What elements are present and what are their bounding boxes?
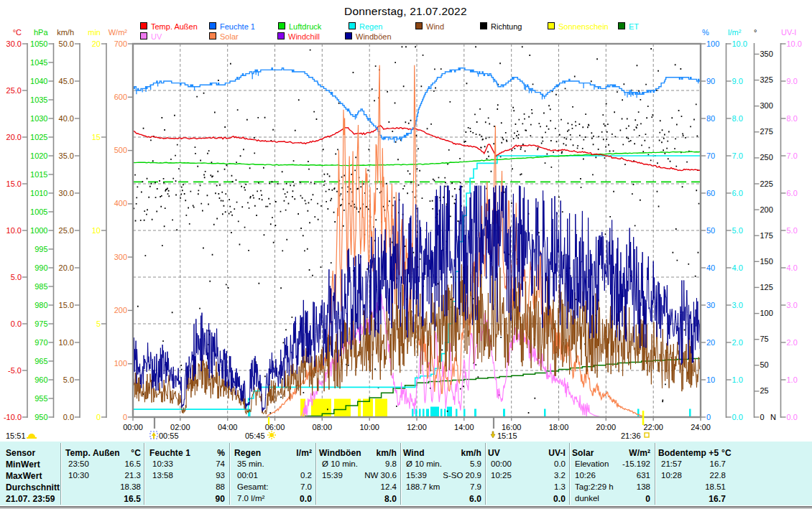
- svg-text:-10.0: -10.0: [4, 413, 22, 421]
- svg-text:995: 995: [34, 245, 47, 253]
- svg-text:km/h: km/h: [57, 28, 74, 37]
- svg-text:6.0: 6.0: [732, 189, 743, 197]
- svg-text:4.0: 4.0: [732, 263, 743, 272]
- svg-text:5.0: 5.0: [63, 375, 74, 384]
- svg-text:1.0: 1.0: [787, 375, 798, 384]
- svg-text:30: 30: [706, 301, 715, 309]
- svg-text:100: 100: [706, 39, 719, 48]
- svg-text:125: 125: [760, 283, 773, 291]
- svg-text:1015: 1015: [30, 170, 47, 179]
- svg-text:0.0: 0.0: [63, 413, 74, 421]
- svg-text:60: 60: [706, 189, 715, 197]
- svg-text:7.0: 7.0: [732, 151, 743, 160]
- svg-text:6.0: 6.0: [787, 189, 798, 197]
- svg-text:22:00: 22:00: [643, 423, 663, 431]
- svg-text:0.0: 0.0: [11, 319, 22, 328]
- svg-text:25.0: 25.0: [6, 86, 22, 95]
- svg-text:1010: 1010: [30, 189, 47, 197]
- svg-text:40: 40: [706, 263, 715, 272]
- svg-text:1020: 1020: [30, 151, 47, 160]
- svg-text:350: 350: [760, 50, 773, 58]
- svg-text:700: 700: [114, 39, 127, 48]
- svg-text:10.0: 10.0: [787, 39, 802, 48]
- svg-text:1025: 1025: [30, 133, 47, 141]
- svg-text:15.0: 15.0: [59, 301, 74, 309]
- svg-text:40.0: 40.0: [59, 114, 74, 123]
- svg-text:°: °: [754, 28, 757, 37]
- svg-text:°C: °C: [13, 28, 22, 37]
- svg-text:-5.0: -5.0: [8, 366, 22, 375]
- svg-text:275: 275: [760, 127, 773, 136]
- svg-text:0.0: 0.0: [787, 413, 798, 421]
- svg-text:2.0: 2.0: [732, 338, 743, 347]
- svg-text:02:00: 02:00: [170, 423, 190, 431]
- svg-text:5.0: 5.0: [732, 226, 743, 235]
- svg-text:325: 325: [760, 75, 773, 84]
- svg-text:20: 20: [706, 338, 715, 347]
- svg-text:175: 175: [760, 231, 773, 240]
- svg-text:970: 970: [34, 338, 47, 347]
- svg-text:3.0: 3.0: [732, 301, 743, 309]
- svg-text:W/m²: W/m²: [109, 28, 128, 37]
- svg-text:10.0: 10.0: [732, 39, 747, 48]
- svg-text:12:00: 12:00: [407, 423, 427, 431]
- svg-text:50.0: 50.0: [59, 39, 74, 48]
- svg-text:965: 965: [34, 357, 47, 365]
- svg-text:50: 50: [760, 360, 769, 369]
- svg-text:80: 80: [706, 114, 715, 123]
- svg-text:90: 90: [706, 77, 715, 85]
- svg-text:15: 15: [92, 133, 101, 141]
- svg-text:100: 100: [760, 309, 773, 317]
- svg-text:5: 5: [96, 319, 101, 328]
- svg-text:0: 0: [123, 413, 127, 421]
- svg-text:10: 10: [92, 226, 101, 235]
- svg-text:0: 0: [96, 413, 101, 421]
- svg-text:hPa: hPa: [34, 28, 48, 37]
- svg-text:1000: 1000: [30, 226, 47, 235]
- svg-text:600: 600: [114, 93, 127, 101]
- svg-text:0: 0: [706, 413, 711, 421]
- svg-text:8.0: 8.0: [732, 114, 743, 123]
- svg-text:200: 200: [760, 205, 773, 214]
- svg-text:N: N: [770, 413, 776, 421]
- svg-text:1045: 1045: [30, 58, 47, 67]
- svg-text:500: 500: [114, 146, 127, 154]
- svg-text:20.0: 20.0: [6, 133, 22, 141]
- svg-text:990: 990: [34, 263, 47, 272]
- svg-text:45.0: 45.0: [59, 77, 74, 85]
- svg-text:7.0: 7.0: [787, 151, 798, 160]
- svg-text:100: 100: [114, 359, 127, 368]
- svg-text:1040: 1040: [30, 77, 47, 85]
- svg-text:1.0: 1.0: [732, 375, 743, 384]
- svg-text:150: 150: [760, 257, 773, 266]
- svg-text:0.0: 0.0: [732, 413, 743, 421]
- svg-text:1035: 1035: [30, 95, 47, 104]
- svg-text:04:00: 04:00: [218, 423, 238, 431]
- svg-text:50: 50: [706, 226, 715, 235]
- svg-text:00:00: 00:00: [123, 423, 143, 431]
- svg-text:955: 955: [34, 394, 47, 403]
- svg-text:20:00: 20:00: [596, 423, 617, 431]
- svg-text:300: 300: [114, 253, 127, 261]
- svg-text:30.0: 30.0: [59, 189, 74, 197]
- svg-text:70: 70: [706, 151, 715, 160]
- svg-text:1030: 1030: [30, 114, 47, 123]
- svg-text:4.0: 4.0: [787, 263, 798, 272]
- svg-text:9.0: 9.0: [732, 77, 743, 85]
- svg-text:975: 975: [34, 319, 47, 328]
- svg-text:15.0: 15.0: [6, 179, 22, 188]
- svg-text:l/m²: l/m²: [728, 28, 742, 37]
- svg-text:250: 250: [760, 153, 773, 162]
- svg-text:950: 950: [34, 413, 47, 421]
- svg-text:UV-I: UV-I: [781, 28, 796, 37]
- svg-text:min: min: [88, 28, 101, 37]
- svg-text:24:00: 24:00: [691, 423, 711, 431]
- svg-text:25: 25: [760, 386, 769, 395]
- svg-text:1050: 1050: [30, 39, 47, 48]
- svg-text:200: 200: [114, 306, 127, 314]
- svg-text:75: 75: [760, 335, 769, 343]
- svg-text:9.0: 9.0: [787, 77, 798, 85]
- svg-text:5.0: 5.0: [11, 273, 22, 281]
- svg-text:225: 225: [760, 179, 773, 188]
- svg-text:3.0: 3.0: [787, 301, 798, 309]
